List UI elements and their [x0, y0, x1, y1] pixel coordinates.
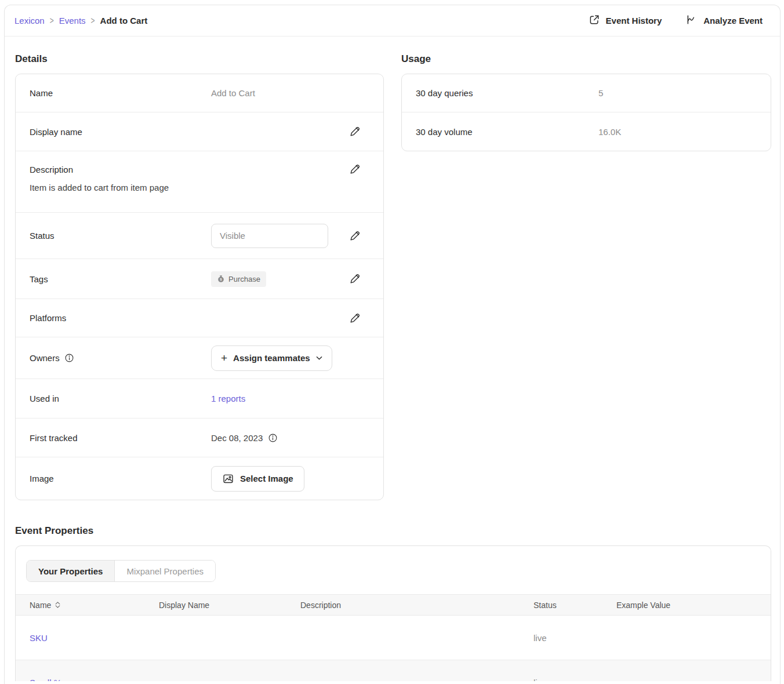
first-tracked-label: First tracked	[16, 433, 211, 443]
svg-text:$: $	[220, 277, 222, 281]
volume-label: 30 day volume	[402, 127, 598, 137]
analyze-event-button[interactable]: Analyze Event	[686, 14, 763, 27]
detail-row-display-name: Display name	[16, 112, 383, 151]
plus-icon: +	[221, 352, 227, 365]
detail-row-owners: Owners +	[16, 337, 383, 379]
status-label: Status	[16, 231, 211, 241]
column-status: Status	[533, 601, 616, 610]
assign-teammates-button[interactable]: + Assign teammates	[211, 345, 332, 371]
pencil-icon	[349, 272, 361, 285]
usage-row-volume: 30 day volume 16.0K	[402, 112, 771, 151]
used-in-reports-link[interactable]: 1 reports	[211, 394, 245, 403]
volume-value: 16.0K	[598, 127, 621, 137]
tags-label: Tags	[16, 274, 211, 284]
breadcrumb-lexicon[interactable]: Lexicon	[14, 16, 45, 26]
edit-platforms-button[interactable]	[349, 312, 383, 325]
chevron-right-icon: >	[91, 15, 95, 26]
properties-table-header: Name Display Name Description Status Exa…	[16, 594, 771, 616]
pencil-icon	[349, 312, 361, 325]
column-example-value: Example Value	[616, 601, 771, 610]
image-icon	[222, 472, 234, 485]
line-chart-icon	[686, 14, 698, 27]
tag-purchase[interactable]: $ Purchase	[211, 271, 266, 287]
edit-status-button[interactable]	[349, 230, 383, 242]
tab-mixpanel-properties[interactable]: Mixpanel Properties	[115, 561, 215, 581]
column-name[interactable]: Name	[30, 601, 51, 610]
used-in-label: Used in	[16, 394, 211, 403]
properties-tabs: Your Properties Mixpanel Properties	[26, 560, 216, 582]
first-tracked-value: Dec 08, 2023	[211, 433, 263, 443]
detail-row-image: Image Select Image	[16, 457, 383, 500]
description-label: Description	[16, 165, 211, 174]
display-name-label: Display name	[16, 127, 211, 137]
sort-icon[interactable]	[55, 602, 60, 608]
property-status: live	[533, 678, 616, 682]
detail-row-first-tracked: First tracked Dec 08, 2023	[16, 419, 383, 457]
property-status: live	[533, 633, 616, 643]
table-row[interactable]: SKU live	[16, 616, 771, 660]
edit-tags-button[interactable]	[349, 272, 383, 285]
detail-row-platforms: Platforms	[16, 299, 383, 337]
topbar-actions: Event History Analyze Event	[589, 14, 763, 27]
owners-label: Owners	[30, 353, 60, 363]
select-image-button[interactable]: Select Image	[211, 466, 304, 492]
status-input[interactable]	[211, 224, 328, 248]
image-label: Image	[16, 474, 211, 483]
topbar: Lexicon > Events > Add to Cart Event His…	[5, 5, 780, 37]
event-history-button[interactable]: Event History	[589, 14, 662, 27]
detail-row-name: Name Add to Cart	[16, 74, 383, 112]
breadcrumb-events[interactable]: Events	[59, 16, 86, 26]
column-description: Description	[300, 601, 533, 610]
table-row[interactable]: Scroll % live	[16, 660, 771, 681]
info-icon[interactable]	[268, 433, 278, 443]
chevron-right-icon: >	[50, 15, 54, 26]
detail-row-used-in: Used in 1 reports	[16, 379, 383, 419]
usage-row-queries: 30 day queries 5	[402, 74, 771, 112]
tag-label: Purchase	[228, 275, 260, 283]
edit-display-name-button[interactable]	[349, 125, 383, 138]
detail-row-description: Description Item is added to cart from i…	[16, 151, 383, 213]
property-link[interactable]: SKU	[30, 633, 48, 643]
select-image-label: Select Image	[240, 474, 293, 483]
pencil-icon	[349, 230, 361, 242]
event-properties-title: Event Properties	[15, 525, 771, 537]
pencil-icon	[349, 163, 361, 176]
analyze-event-label: Analyze Event	[703, 16, 763, 26]
queries-label: 30 day queries	[402, 88, 598, 98]
external-link-icon	[589, 14, 600, 27]
platforms-label: Platforms	[16, 313, 211, 323]
usage-card: 30 day queries 5 30 day volume 16.0K	[401, 74, 771, 151]
app-panel: Lexicon > Events > Add to Cart Event His…	[4, 5, 781, 684]
details-title: Details	[15, 53, 384, 65]
detail-row-tags: Tags $ Purchase	[16, 259, 383, 299]
chevron-down-icon	[316, 356, 322, 361]
description-value: Item is added to cart from item page	[16, 181, 383, 192]
event-history-label: Event History	[606, 16, 662, 26]
detail-row-status: Status	[16, 213, 383, 259]
column-display-name: Display Name	[159, 601, 300, 610]
name-value: Add to Cart	[211, 88, 383, 98]
breadcrumb: Lexicon > Events > Add to Cart	[14, 16, 147, 26]
tab-your-properties[interactable]: Your Properties	[27, 561, 115, 581]
property-link[interactable]: Scroll %	[30, 678, 61, 682]
assign-teammates-label: Assign teammates	[233, 353, 310, 363]
name-label: Name	[16, 88, 211, 98]
details-card: Name Add to Cart Display name	[15, 74, 384, 500]
usage-title: Usage	[401, 53, 771, 65]
money-bag-icon: $	[217, 275, 225, 283]
event-properties-card: Your Properties Mixpanel Properties Name…	[15, 545, 771, 681]
edit-description-button[interactable]	[349, 163, 383, 176]
info-icon[interactable]	[64, 353, 74, 363]
pencil-icon	[349, 125, 361, 138]
queries-value: 5	[598, 88, 603, 98]
breadcrumb-current: Add to Cart	[100, 16, 148, 26]
